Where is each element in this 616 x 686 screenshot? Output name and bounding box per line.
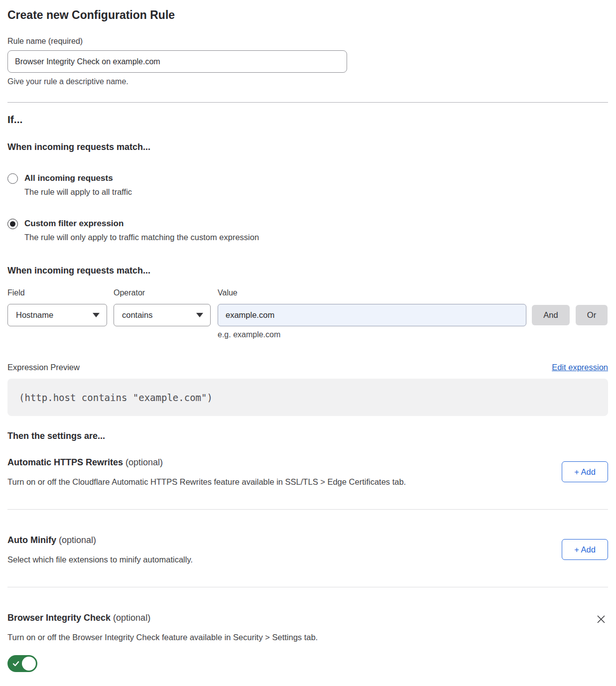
add-automatic-https-rewrites-button[interactable]: + Add bbox=[562, 461, 608, 482]
setting-row-automatic-https-rewrites: Automatic HTTPS Rewrites (optional) Turn… bbox=[7, 457, 608, 487]
add-auto-minify-button[interactable]: + Add bbox=[562, 539, 608, 560]
setting-optional-tag: (optional) bbox=[59, 535, 96, 545]
close-icon bbox=[596, 614, 607, 625]
rule-name-input[interactable] bbox=[7, 50, 347, 73]
expression-preview-code: (http.host contains "example.com") bbox=[19, 392, 213, 403]
page-title: Create new Configuration Rule bbox=[7, 8, 608, 22]
value-helper: e.g. example.com bbox=[218, 330, 526, 339]
setting-name: Automatic HTTPS Rewrites bbox=[7, 457, 123, 467]
expression-builder-heading: When incoming requests match... bbox=[7, 265, 608, 276]
expression-preview-label: Expression Preview bbox=[7, 363, 80, 372]
radio-option-description: The rule will only apply to traffic matc… bbox=[24, 232, 259, 242]
setting-description: Turn on or off the Cloudflare Automatic … bbox=[7, 477, 406, 487]
radio-option-label: All incoming requests bbox=[24, 173, 132, 183]
or-button[interactable]: Or bbox=[576, 305, 608, 325]
browser-integrity-check-toggle[interactable] bbox=[7, 655, 37, 672]
expression-preview-header: Expression Preview Edit expression bbox=[7, 363, 608, 372]
edit-expression-link[interactable]: Edit expression bbox=[552, 363, 608, 372]
radio-option-description: The rule will apply to all traffic bbox=[24, 187, 132, 197]
chevron-down-icon bbox=[93, 313, 100, 317]
setting-divider bbox=[7, 509, 608, 510]
field-select[interactable]: Hostname bbox=[7, 304, 107, 326]
operator-select-value: contains bbox=[122, 310, 152, 320]
rule-name-helper: Give your rule a descriptive name. bbox=[7, 77, 608, 86]
field-select-value: Hostname bbox=[16, 310, 53, 320]
setting-optional-tag: (optional) bbox=[125, 457, 163, 467]
remove-browser-integrity-check-button[interactable] bbox=[595, 613, 607, 625]
if-heading: If... bbox=[7, 113, 608, 126]
then-settings-heading: Then the settings are... bbox=[7, 430, 608, 441]
operator-label: Operator bbox=[114, 288, 211, 297]
incoming-requests-match-heading: When incoming requests match... bbox=[7, 141, 608, 152]
setting-description: Select which file extensions to minify a… bbox=[7, 554, 193, 564]
and-button[interactable]: And bbox=[532, 305, 570, 325]
radio-unselected-icon[interactable] bbox=[7, 173, 18, 184]
section-divider bbox=[7, 102, 608, 103]
setting-description: Turn on or off the Browser Integrity Che… bbox=[7, 632, 318, 642]
operator-select[interactable]: contains bbox=[114, 304, 211, 326]
field-label: Field bbox=[7, 288, 107, 297]
chevron-down-icon bbox=[196, 313, 203, 317]
setting-name: Auto Minify bbox=[7, 535, 56, 545]
radio-selected-icon[interactable] bbox=[7, 219, 18, 229]
rule-name-label: Rule name (required) bbox=[7, 36, 608, 46]
toggle-knob bbox=[22, 657, 36, 671]
value-label: Value bbox=[218, 288, 526, 297]
radio-option-custom-filter-expression[interactable]: Custom filter expression The rule will o… bbox=[7, 218, 608, 242]
setting-optional-tag: (optional) bbox=[113, 613, 150, 623]
setting-divider bbox=[7, 587, 608, 587]
setting-row-browser-integrity-check: Browser Integrity Check (optional) Turn … bbox=[7, 612, 608, 642]
radio-option-label: Custom filter expression bbox=[24, 218, 259, 229]
setting-row-auto-minify: Auto Minify (optional) Select which file… bbox=[7, 535, 608, 564]
expression-preview-code-block: (http.host contains "example.com") bbox=[7, 379, 608, 416]
radio-option-all-incoming-requests[interactable]: All incoming requests The rule will appl… bbox=[7, 173, 608, 197]
create-configuration-rule-page: Create new Configuration Rule Rule name … bbox=[0, 0, 616, 686]
value-input[interactable] bbox=[218, 304, 526, 326]
setting-name: Browser Integrity Check bbox=[7, 613, 111, 623]
check-icon bbox=[12, 660, 20, 668]
expression-builder-row: Field Hostname Operator contains Value e… bbox=[7, 288, 608, 339]
